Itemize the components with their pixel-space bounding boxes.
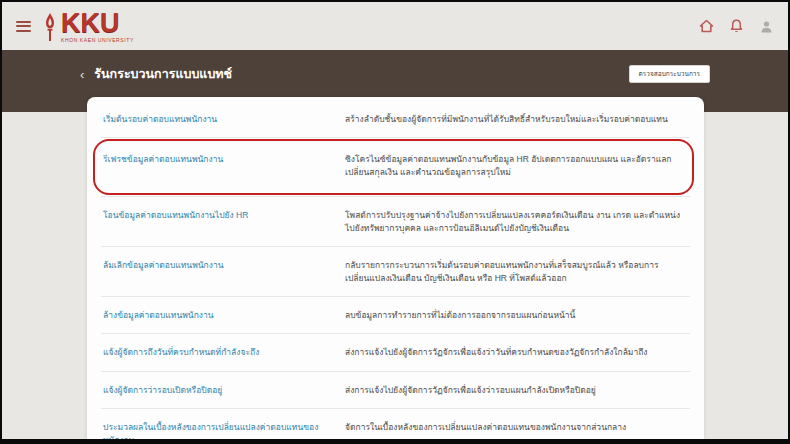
process-row-transfer-to-hr: โอนข้อมูลค่าตอบแทนพนักงานไปยัง HR โพสต์ก…	[101, 197, 690, 247]
logo-text: KKU	[61, 10, 134, 37]
monitor-processes-button[interactable]: ตรวจสอบกระบวนการ	[629, 65, 710, 84]
logo-subtext: KHON KAEN UNIVERSITY	[61, 38, 134, 43]
process-row-start-cycle: เริ่มต้นรอบค่าตอบแทนพนักงาน สร้างลำดับชั…	[101, 101, 690, 138]
process-description: ส่งการแจ้งไปยังผู้จัดการวัฏจักรเพื่อแจ้ง…	[345, 384, 688, 397]
process-row-purge-data: ล้างข้อมูลค่าตอบแทนพนักงาน ลบข้อมูลการทำ…	[101, 297, 690, 334]
process-link[interactable]: ล้มเลิกข้อมูลค่าตอบแทนพนักงาน	[103, 259, 331, 272]
kku-logo[interactable]: KKU KHON KAEN UNIVERSITY	[43, 10, 134, 43]
process-row-back-out-data: ล้มเลิกข้อมูลค่าตอบแทนพนักงาน กลับรายการ…	[101, 247, 690, 297]
user-icon[interactable]	[758, 18, 774, 34]
page-title: รันกระบวนการแบบแบทช์	[94, 64, 232, 84]
process-link[interactable]: โอนข้อมูลค่าตอบแทนพนักงานไปยัง HR	[103, 209, 331, 222]
process-row-process-changes-background: ประมวลผลในเบื้องหลังของการเปลี่ยนแปลงค่า…	[101, 409, 690, 439]
home-icon[interactable]	[698, 18, 714, 34]
process-description: ส่งการแจ้งไปยังผู้จัดการวัฏจักรเพื่อแจ้ง…	[345, 346, 688, 359]
process-link[interactable]: แจ้งผู้จัดการถึงวันที่ครบกำหนดที่กำลังจะ…	[103, 346, 331, 359]
process-link[interactable]: แจ้งผู้จัดการว่ารอบเปิดหรือปิดอยู่	[103, 384, 331, 397]
process-link[interactable]: เริ่มต้นรอบค่าตอบแทนพนักงาน	[103, 113, 331, 126]
process-description: ลบข้อมูลการทำรายการที่ไม่ต้องการออกจากรอ…	[345, 309, 688, 322]
back-chevron-icon[interactable]: ‹	[80, 68, 84, 81]
process-description: จัดการในเบื้องหลังของการเปลี่ยนแปลงค่าตอ…	[345, 421, 688, 434]
process-list-card: เริ่มต้นรอบค่าตอบแทนพนักงาน สร้างลำดับชั…	[87, 97, 704, 439]
process-row-notify-deadline: แจ้งผู้จัดการถึงวันที่ครบกำหนดที่กำลังจะ…	[101, 334, 690, 371]
process-link[interactable]: ล้างข้อมูลค่าตอบแทนพนักงาน	[103, 309, 331, 322]
menu-icon[interactable]	[16, 21, 31, 32]
notification-bell-icon[interactable]	[728, 18, 744, 34]
process-description: กลับรายการกระบวนการเริ่มต้นรอบค่าตอบแทนพ…	[345, 259, 688, 285]
torch-icon	[43, 12, 57, 42]
process-row-notify-cycle-open-closed: แจ้งผู้จัดการว่ารอบเปิดหรือปิดอยู่ ส่งกา…	[101, 372, 690, 409]
process-link[interactable]: รีเฟรชข้อมูลค่าตอบแทนพนักงาน	[103, 153, 331, 166]
process-link[interactable]: ประมวลผลในเบื้องหลังของการเปลี่ยนแปลงค่า…	[103, 421, 331, 439]
process-row-refresh-data: รีเฟรชข้อมูลค่าตอบแทนพนักงาน ซิงโครไนซ์ข…	[101, 138, 690, 196]
process-description: สร้างลำดับชั้นของผู้จัดการที่มีพนักงานที…	[345, 113, 688, 126]
app-header: KKU KHON KAEN UNIVERSITY	[2, 2, 788, 50]
process-description: โพสต์การปรับปรุงฐานค่าจ้างไปยังการเปลี่ย…	[345, 209, 688, 235]
process-description: ซิงโครไนซ์ข้อมูลค่าตอบแทนพนักงานกับข้อมู…	[345, 153, 688, 179]
app-window: KKU KHON KAEN UNIVERSITY ‹ รันกระบวนการแ…	[0, 0, 790, 444]
